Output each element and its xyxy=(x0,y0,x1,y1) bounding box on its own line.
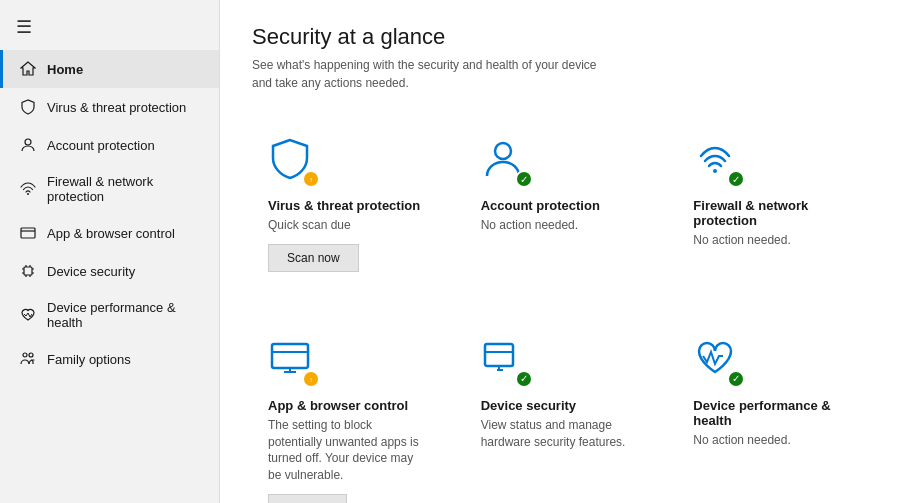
svg-rect-18 xyxy=(272,344,308,368)
svg-point-14 xyxy=(29,353,33,357)
sidebar-item-device-perf-label: Device performance & health xyxy=(47,300,203,330)
scan-now-button[interactable]: Scan now xyxy=(268,244,359,272)
svg-rect-4 xyxy=(24,267,32,275)
svg-point-17 xyxy=(713,169,717,173)
device-perf-card: ✓ Device performance & health No action … xyxy=(677,320,866,503)
family-icon xyxy=(19,350,37,368)
sidebar-item-browser[interactable]: App & browser control xyxy=(0,214,219,252)
browser-control-card: ! App & browser control The setting to b… xyxy=(252,320,441,503)
shield-icon xyxy=(19,98,37,116)
firewall-card-title: Firewall & network protection xyxy=(693,198,850,228)
firewall-card-desc: No action needed. xyxy=(693,232,850,249)
account-card-title: Account protection xyxy=(481,198,638,213)
device-perf-card-desc: No action needed. xyxy=(693,432,850,449)
svg-rect-23 xyxy=(485,344,513,366)
device-security-card-desc: View status and manage hardware security… xyxy=(481,417,638,451)
sidebar-item-family-label: Family options xyxy=(47,352,131,367)
cards-row-2: ! App & browser control The setting to b… xyxy=(252,320,866,503)
sidebar-item-virus-label: Virus & threat protection xyxy=(47,100,186,115)
virus-card-title: Virus & threat protection xyxy=(268,198,425,213)
turn-on-button[interactable]: Turn on xyxy=(268,494,347,503)
svg-point-13 xyxy=(23,353,27,357)
sidebar-item-browser-label: App & browser control xyxy=(47,226,175,241)
device-perf-card-title: Device performance & health xyxy=(693,398,850,428)
device-security-card: ✓ Device security View status and manage… xyxy=(465,320,654,503)
sidebar-item-home-label: Home xyxy=(47,62,83,77)
sidebar-item-device-perf[interactable]: Device performance & health xyxy=(0,290,219,340)
svg-rect-2 xyxy=(21,228,35,238)
heart-icon xyxy=(19,306,37,324)
browser-card-title: App & browser control xyxy=(268,398,425,413)
sidebar-item-virus[interactable]: Virus & threat protection xyxy=(0,88,219,126)
sidebar-item-firewall-label: Firewall & network protection xyxy=(47,174,203,204)
svg-point-16 xyxy=(495,143,511,159)
sidebar-item-firewall[interactable]: Firewall & network protection xyxy=(0,164,219,214)
main-content: Security at a glance See what's happenin… xyxy=(220,0,898,503)
hamburger-menu[interactable]: ☰ xyxy=(0,8,219,50)
browser-card-icon-area: ! xyxy=(268,336,320,388)
sidebar: ☰ Home Virus & threat protection Account… xyxy=(0,0,220,503)
page-title: Security at a glance xyxy=(252,24,866,50)
account-card-icon-area: ✓ xyxy=(481,136,533,188)
device-perf-badge-green: ✓ xyxy=(727,370,745,388)
home-icon xyxy=(19,60,37,78)
browser-icon xyxy=(19,224,37,242)
sidebar-item-family[interactable]: Family options xyxy=(0,340,219,378)
virus-badge-warning: ! xyxy=(302,170,320,188)
sidebar-item-home[interactable]: Home xyxy=(0,50,219,88)
chip-icon xyxy=(19,262,37,280)
virus-card-desc: Quick scan due xyxy=(268,217,425,234)
page-subtitle: See what's happening with the security a… xyxy=(252,56,866,92)
sidebar-item-device-security-label: Device security xyxy=(47,264,135,279)
sidebar-item-account-label: Account protection xyxy=(47,138,155,153)
person-icon xyxy=(19,136,37,154)
device-perf-card-icon-area: ✓ xyxy=(693,336,745,388)
device-security-card-title: Device security xyxy=(481,398,638,413)
svg-point-1 xyxy=(27,193,29,195)
browser-card-desc: The setting to block potentially unwante… xyxy=(268,417,425,484)
account-badge-green: ✓ xyxy=(515,170,533,188)
firewall-badge-green: ✓ xyxy=(727,170,745,188)
account-card-desc: No action needed. xyxy=(481,217,638,234)
browser-badge-warning: ! xyxy=(302,370,320,388)
firewall-card: ✓ Firewall & network protection No actio… xyxy=(677,120,866,288)
virus-card-icon-area: ! xyxy=(268,136,320,188)
account-protection-card: ✓ Account protection No action needed. xyxy=(465,120,654,288)
device-security-badge-green: ✓ xyxy=(515,370,533,388)
virus-threat-card: ! Virus & threat protection Quick scan d… xyxy=(252,120,441,288)
sidebar-item-device-security[interactable]: Device security xyxy=(0,252,219,290)
firewall-card-icon-area: ✓ xyxy=(693,136,745,188)
wifi-icon xyxy=(19,180,37,198)
cards-row-1: ! Virus & threat protection Quick scan d… xyxy=(252,120,866,288)
device-security-card-icon-area: ✓ xyxy=(481,336,533,388)
sidebar-item-account[interactable]: Account protection xyxy=(0,126,219,164)
svg-point-0 xyxy=(25,139,31,145)
